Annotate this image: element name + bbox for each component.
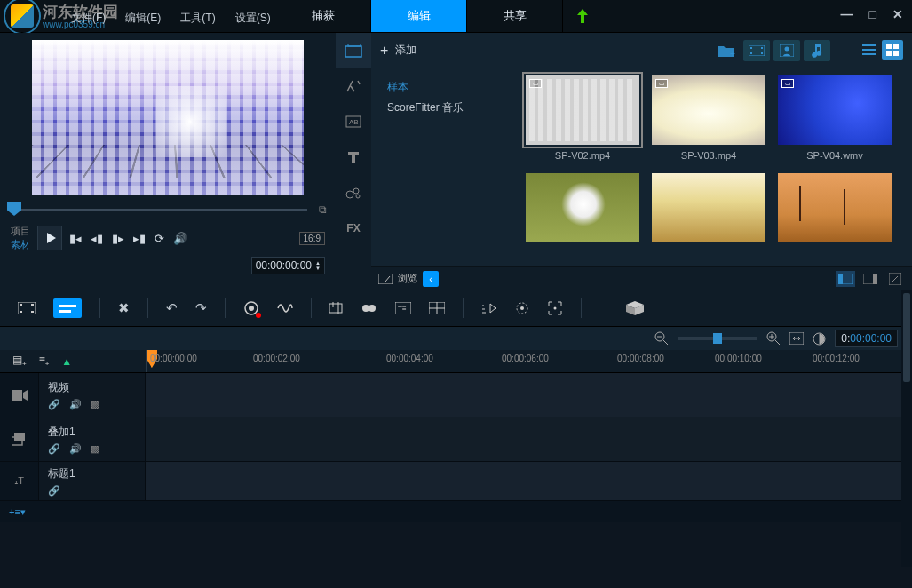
title-track-icon[interactable]: ₁T [0,462,39,500]
filter-photo-icon[interactable] [773,40,800,61]
undo-button[interactable]: ↶ [166,300,178,316]
add-media-button[interactable]: + 添加 [380,43,416,59]
overlay-track-icon[interactable] [0,417,39,461]
zoom-in-button[interactable] [766,331,781,346]
upload-icon[interactable] [568,0,597,32]
audio-mixer-button[interactable] [277,301,293,315]
tab-share[interactable]: 共享 [467,0,563,32]
track-motion-button[interactable] [515,301,529,315]
loop-button[interactable]: ⟳ [155,232,164,245]
track-body[interactable] [146,462,912,500]
redo-button[interactable]: ↷ [195,300,207,316]
media-item[interactable]: ▭ SP-V02.mp4 [526,75,639,161]
fit-button[interactable] [789,332,804,345]
filter-audio-icon[interactable] [804,40,830,61]
target-button[interactable] [547,300,563,316]
media-item[interactable]: ▭ SP-V04.wmv [778,75,892,161]
track-video[interactable]: 视频 🔗 🔊 ▩ [0,373,912,417]
fx-icon[interactable]: ▩ [91,443,99,455]
list-view-button[interactable] [859,40,880,60]
link-icon[interactable]: 🔗 [48,399,60,410]
grid-view-button[interactable] [882,40,903,60]
go-start-button[interactable]: ▮◂ [69,232,82,245]
timecode-down[interactable]: ▼ [315,266,321,271]
scrub-handle[interactable] [7,202,21,216]
menu-edit[interactable]: 编辑(E) [116,7,170,29]
track-body[interactable] [146,373,912,417]
record-button[interactable] [243,300,259,316]
menu-settings[interactable]: 设置(S) [226,7,280,29]
lib-tab-text[interactable] [336,139,371,175]
minimize-button[interactable]: — [841,7,853,21]
prev-frame-button[interactable]: ◂▮ [91,232,103,245]
timeline-timecode[interactable]: 0:00:00:00 [835,330,898,347]
edit-button[interactable] [885,271,905,287]
scrollbar-thumb[interactable] [903,293,910,382]
lib-tab-titles[interactable]: AB [336,104,371,139]
subtitle-button[interactable]: T≡ [395,302,411,314]
link-icon[interactable]: 🔗 [48,443,60,455]
tree-scorefitter[interactable]: ScoreFitter 音乐 [380,98,504,118]
panel-toggle-2[interactable] [860,271,880,287]
motion-button[interactable] [481,302,497,314]
video-track-icon[interactable] [0,373,39,417]
mute-icon[interactable]: 🔊 [69,399,82,410]
multiview-button[interactable] [429,302,445,314]
timeline-button[interactable] [53,298,82,318]
3d-button[interactable] [626,301,644,315]
zoom-out-button[interactable] [654,331,669,346]
menu-file[interactable]: 文件(F) [62,7,115,29]
media-item[interactable]: ▭ SP-V03.mp4 [652,75,765,161]
add-track-button[interactable]: +≡▾ [9,506,26,518]
track-options-1[interactable]: ▤+ [12,354,27,368]
svg-point-35 [362,305,369,312]
clip-label[interactable]: 素材 [11,238,30,251]
trim-icon[interactable]: ⧉ [319,203,327,216]
fx-icon[interactable]: ▩ [91,399,99,410]
plus-icon: + [380,43,388,59]
menu-tools[interactable]: 工具(T) [171,7,224,29]
lib-tab-media[interactable] [336,33,371,68]
tree-sample[interactable]: 样本 [380,77,504,98]
next-frame-button[interactable]: ▮▸ [112,232,124,245]
media-item[interactable] [778,173,892,248]
crop-button[interactable] [329,302,344,314]
mute-icon[interactable]: 🔊 [69,443,82,455]
pan-zoom-button[interactable] [361,302,377,314]
tab-capture[interactable]: 捕获 [275,0,371,32]
tab-edit[interactable]: 编辑 [371,0,467,32]
filter-video-icon[interactable] [743,40,770,61]
timeline-ruler[interactable]: 00:00:00:00 00:00:02:00 00:00:04:00 00:0… [146,350,912,372]
track-overlay[interactable]: 叠加1 🔗 🔊 ▩ [0,417,912,462]
close-button[interactable]: ✕ [892,7,903,21]
media-item[interactable] [652,173,765,248]
tools-button[interactable]: ✖ [118,300,130,316]
folder-icon[interactable]: + [713,40,740,61]
play-button[interactable] [37,226,62,250]
lib-tab-graphics[interactable] [336,175,371,211]
media-item[interactable] [526,173,639,248]
track-title[interactable]: ₁T 标题1 🔗 [0,462,912,501]
project-label[interactable]: 项目 [11,225,30,238]
aspect-ratio[interactable]: 16:9 [299,232,325,245]
maximize-button[interactable]: □ [869,7,876,21]
track-body[interactable] [146,417,912,461]
go-end-button[interactable]: ▸▮ [133,232,146,245]
clock-icon[interactable] [813,332,826,346]
track-options-2[interactable]: ≡+ [39,354,50,368]
svg-point-36 [369,305,376,312]
panel-toggle-1[interactable] [836,271,855,287]
vertical-scrollbar[interactable] [901,290,912,567]
lib-tab-transitions[interactable] [336,68,371,104]
zoom-slider[interactable] [678,337,757,340]
preview-timecode[interactable]: 00:00:00:00 ▲ ▼ [251,257,325,274]
marker-button[interactable]: ▲ [61,355,72,368]
storyboard-button[interactable] [18,302,36,314]
preview-video[interactable] [32,40,304,195]
link-icon[interactable]: 🔗 [48,485,60,497]
scrub-bar[interactable]: ⧉ [11,202,325,216]
collapse-left-button[interactable]: ‹ [423,271,439,287]
lib-tab-fx[interactable]: FX [336,211,371,246]
volume-button[interactable]: 🔊 [173,232,187,245]
browse-button[interactable]: 浏览 [378,272,417,285]
